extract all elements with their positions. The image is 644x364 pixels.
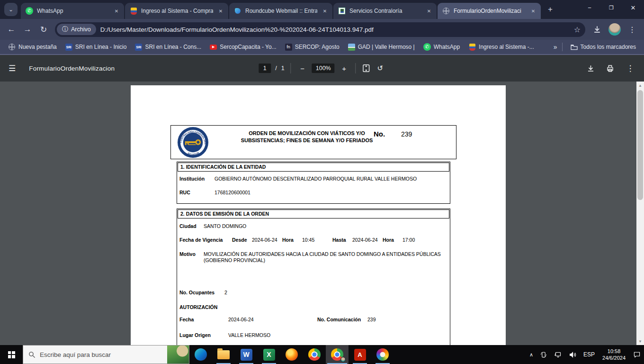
taskbar-clock[interactable]: 10:58 24/6/2024	[598, 348, 630, 361]
tab-servicios-contraloria[interactable]: Servicios Contraloría ✕	[333, 3, 437, 19]
zoom-in-button[interactable]: +	[339, 64, 349, 73]
pdf-download-button[interactable]	[586, 64, 595, 73]
field-value: 239	[367, 317, 376, 322]
browser-toolbar: ← → ↻ ⓘ Archivo D:/Users/Master/Download…	[0, 19, 644, 40]
tab-roundcube[interactable]: Roundcube Webmail :: Entra ✕	[229, 3, 332, 19]
bookmark-gad-valle-hermoso[interactable]: GAD | Valle Hermoso |	[345, 42, 418, 52]
bookmark-sercop-agosto[interactable]: fn SERCOP: Agosto	[282, 42, 343, 52]
close-icon[interactable]: ✕	[321, 7, 329, 15]
page-number-input[interactable]: 1	[259, 64, 271, 73]
fit-page-icon	[362, 64, 371, 73]
doc-header-box: CONTRALORÍA GENERAL DEL ESTADO ECUADOR O…	[170, 125, 456, 159]
close-icon[interactable]: ✕	[113, 7, 120, 15]
field-value: 1768120600001	[215, 190, 250, 195]
taskbar-paint-button[interactable]	[371, 345, 394, 364]
field-label: Hasta	[332, 237, 346, 243]
back-button[interactable]: ←	[4, 22, 19, 37]
bookmark-sri-inicio[interactable]: SRI SRI en Línea - Inicio	[62, 42, 130, 52]
scrollbar-thumb[interactable]	[637, 90, 643, 200]
action-center-button[interactable]	[630, 345, 644, 364]
tray-expand-button[interactable]: ∧	[526, 345, 537, 364]
field-label: Institución	[179, 176, 205, 182]
field-value: SANTO DOMINGO	[204, 223, 246, 229]
fit-page-button[interactable]	[362, 64, 371, 73]
contraloria-icon	[339, 8, 345, 14]
taskbar-search-box[interactable]	[23, 345, 189, 364]
close-icon[interactable]: ✕	[217, 7, 224, 15]
reload-button[interactable]: ↻	[36, 22, 51, 37]
scroll-down-button[interactable]: ▼	[636, 337, 644, 345]
new-tab-button[interactable]: +	[544, 3, 557, 16]
bookmark-sercopcapacita[interactable]: ▶ SercopCapacita - Yo...	[206, 42, 279, 52]
pdf-menu-dots-button[interactable]: ⋮	[625, 64, 635, 73]
taskbar-excel-button[interactable]: X	[258, 345, 280, 364]
zoom-out-button[interactable]: −	[297, 64, 308, 73]
youtube-icon: ▶	[210, 45, 217, 50]
browser-window: ⌄ ✆ WhatsApp ✕ Ingreso al Sistema - Comp…	[0, 0, 644, 364]
scroll-up-button[interactable]: ▲	[636, 82, 644, 89]
bookmark-whatsapp[interactable]: ✆ WhatsApp	[420, 42, 463, 52]
forward-button[interactable]: →	[20, 22, 35, 37]
bookmark-star-icon[interactable]: ☆	[574, 25, 581, 34]
field-value: 2024-06-24	[252, 237, 277, 243]
taskbar: W X A ∧ ESP 10:58 24/6/2024	[0, 345, 644, 364]
field-label: Hora	[282, 237, 294, 243]
doc-section-2-title: 2. DATOS DE EMISIÓN DE LA ORDEN	[178, 209, 449, 218]
bookmark-ingreso-sistema[interactable]: Ingreso al Sistema -...	[465, 42, 537, 52]
tab-ingreso-sistema[interactable]: Ingreso al Sistema - Compra ✕	[125, 3, 228, 19]
all-bookmarks-button[interactable]: Todos los marcadores	[567, 42, 639, 52]
pdf-print-button[interactable]	[606, 64, 615, 73]
minimize-button[interactable]: −	[579, 0, 600, 15]
search-highlight-image[interactable]	[167, 346, 189, 364]
tab-search-button[interactable]: ⌄	[4, 3, 18, 16]
file-scheme-chip[interactable]: ⓘ Archivo	[57, 24, 96, 35]
tab-whatsapp[interactable]: ✆ WhatsApp ✕	[21, 3, 124, 19]
word-icon: W	[241, 349, 252, 361]
taskbar-acrobat-button[interactable]: A	[349, 345, 371, 364]
taskbar-chrome-button[interactable]	[303, 345, 326, 364]
page-separator: /	[275, 65, 277, 72]
taskbar-firefox-button[interactable]	[280, 345, 303, 364]
bookmarks-bar: Nueva pestaña SRI SRI en Línea - Inicio …	[0, 40, 644, 55]
bookmark-sri-consultas[interactable]: SRI SRI en Línea - Cons...	[132, 42, 205, 52]
edge-icon	[195, 348, 207, 361]
maximize-button[interactable]: ❐	[600, 0, 622, 15]
bookmark-nueva-pestana[interactable]: Nueva pestaña	[5, 42, 60, 52]
download-icon	[592, 25, 602, 34]
profile-avatar[interactable]	[608, 23, 621, 36]
address-bar[interactable]: ⓘ Archivo D:/Users/Master/Downloads/Form…	[55, 22, 585, 37]
vertical-scrollbar[interactable]: ▲ ▼	[636, 82, 644, 345]
doc-title: ORDEN DE MOVILIZACIÓN CON VIÁTICOS Y/O S…	[229, 130, 385, 144]
pdf-menu-button[interactable]: ☰	[9, 64, 16, 73]
tab-title: Servicios Contraloría	[349, 8, 421, 14]
window-close-button[interactable]: ✕	[622, 0, 644, 15]
whatsapp-icon: ✆	[423, 43, 431, 51]
tab-formulario-active[interactable]: FormularioOrdenMovilizaci ✕	[438, 3, 541, 19]
tray-volume-button[interactable]	[565, 345, 580, 364]
rotate-button[interactable]: ↺	[375, 64, 385, 73]
tray-phone-button[interactable]	[537, 345, 551, 364]
bookmarks-overflow-button[interactable]: »	[554, 43, 557, 51]
field-value: 2024-06-24	[352, 237, 378, 243]
browser-menu-button[interactable]: ⋮	[624, 22, 640, 37]
downloads-button[interactable]	[589, 22, 605, 37]
taskbar-edge-button[interactable]	[189, 345, 212, 364]
globe-icon	[443, 8, 449, 14]
tab-strip: ⌄ ✆ WhatsApp ✕ Ingreso al Sistema - Comp…	[0, 0, 644, 19]
bookmark-label: Todos los marcadores	[581, 44, 636, 50]
pdf-toolbar: ☰ FormularioOrdenMovilizacion 1 / 1 − 10…	[0, 55, 644, 82]
close-icon[interactable]: ✕	[425, 7, 433, 15]
taskbar-explorer-button[interactable]	[212, 345, 235, 364]
taskbar-word-button[interactable]: W	[235, 345, 258, 364]
taskbar-chrome-active-button[interactable]	[326, 345, 349, 364]
close-icon[interactable]: ✕	[529, 7, 537, 15]
page-total: 1	[281, 65, 285, 72]
whatsapp-icon: ✆	[26, 7, 33, 15]
tray-network-button[interactable]	[551, 345, 565, 364]
language-indicator[interactable]: ESP	[580, 345, 598, 364]
volume-icon	[569, 351, 577, 358]
doc-section-1-title: 1. IDENTIFICACIÓN DE LA ENTIDAD	[178, 163, 449, 172]
search-input[interactable]	[40, 351, 189, 358]
firefox-icon	[286, 348, 298, 361]
start-button[interactable]	[0, 345, 23, 364]
